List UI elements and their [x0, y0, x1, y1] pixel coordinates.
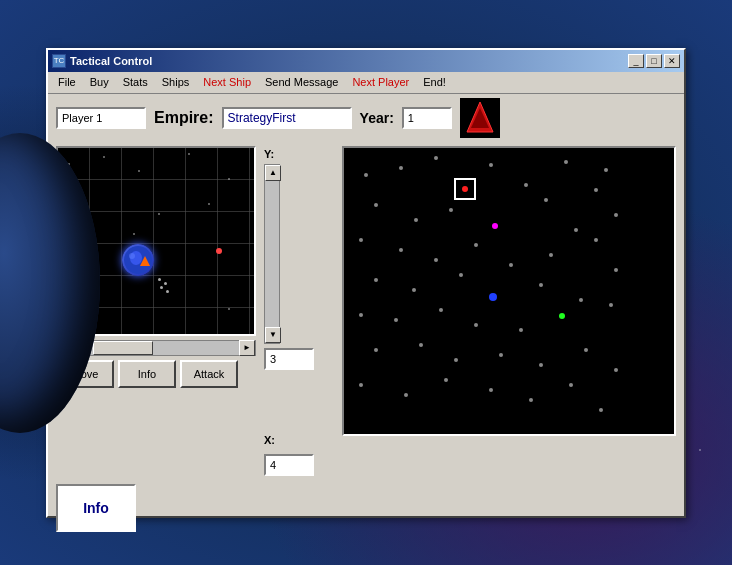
galaxy-star[interactable] — [399, 248, 403, 252]
menu-next-ship[interactable]: Next Ship — [197, 74, 257, 90]
galaxy-star[interactable] — [499, 353, 503, 357]
star-dot — [188, 153, 190, 155]
galaxy-star[interactable] — [412, 288, 416, 292]
galaxy-star[interactable] — [594, 188, 598, 192]
galaxy-star[interactable] — [564, 160, 568, 164]
galaxy-star[interactable] — [614, 368, 618, 372]
galaxy-star[interactable] — [474, 323, 478, 327]
ship-triangle — [140, 256, 150, 266]
grid-overlay — [58, 148, 254, 334]
star-dot — [103, 156, 105, 158]
menu-file[interactable]: File — [52, 74, 82, 90]
galaxy-star[interactable] — [574, 228, 578, 232]
galaxy-star[interactable] — [614, 268, 618, 272]
year-input[interactable] — [402, 107, 452, 129]
info-button[interactable]: Info — [118, 360, 176, 388]
action-buttons: Move Info Attack — [56, 360, 256, 388]
svg-point-4 — [129, 253, 135, 259]
menu-bar: File Buy Stats Ships Next Ship Send Mess… — [48, 72, 684, 94]
galaxy-star[interactable] — [459, 273, 463, 277]
app-icon: TC — [52, 54, 66, 68]
scroll-down-button[interactable]: ▼ — [265, 327, 281, 343]
galaxy-star[interactable] — [474, 243, 478, 247]
galaxy-star[interactable] — [569, 383, 573, 387]
galaxy-star[interactable] — [489, 388, 493, 392]
title-bar-buttons: _ □ ✕ — [628, 54, 680, 68]
x-coord-input[interactable] — [264, 454, 314, 476]
maximize-button[interactable]: □ — [646, 54, 662, 68]
attack-button[interactable]: Attack — [180, 360, 238, 388]
galaxy-star[interactable] — [489, 163, 493, 167]
galaxy-star[interactable] — [609, 303, 613, 307]
galaxy-star[interactable] — [579, 298, 583, 302]
star-dot — [208, 203, 210, 205]
scroll-thumb[interactable] — [93, 341, 153, 355]
scroll-left-button[interactable]: ◄ — [57, 340, 73, 356]
galaxy-star[interactable] — [599, 408, 603, 412]
galaxy-star[interactable] — [374, 278, 378, 282]
galaxy-star[interactable] — [614, 213, 618, 217]
star-dot — [158, 213, 160, 215]
star-dot — [68, 163, 70, 165]
h-scrollbar[interactable]: ◄ ► — [56, 340, 256, 356]
red-planet-dot — [216, 248, 222, 254]
y-coord-input[interactable] — [264, 348, 314, 370]
galaxy-star[interactable] — [404, 393, 408, 397]
galaxy-star[interactable] — [594, 238, 598, 242]
galaxy-star[interactable] — [529, 398, 533, 402]
galaxy-star[interactable] — [524, 183, 528, 187]
galaxy-star[interactable] — [509, 263, 513, 267]
galaxy-star[interactable] — [359, 313, 363, 317]
galaxy-star[interactable] — [559, 313, 565, 319]
scroll-track[interactable] — [73, 341, 239, 355]
toolbar: Empire: Year: — [48, 94, 684, 142]
year-label: Year: — [360, 110, 394, 126]
galaxy-star[interactable] — [539, 363, 543, 367]
window-title: Tactical Control — [70, 55, 152, 67]
galaxy-star[interactable] — [439, 308, 443, 312]
minimize-button[interactable]: _ — [628, 54, 644, 68]
menu-ships[interactable]: Ships — [156, 74, 196, 90]
left-panel: ◄ ► Move Info Attack — [56, 146, 256, 476]
galaxy-star[interactable] — [364, 173, 368, 177]
galaxy-star[interactable] — [434, 258, 438, 262]
galaxy-star[interactable] — [399, 166, 403, 170]
v-scrollbar[interactable]: ▲ ▼ — [264, 164, 280, 344]
galaxy-star[interactable] — [434, 156, 438, 160]
galaxy-star[interactable] — [374, 203, 378, 207]
menu-end[interactable]: End! — [417, 74, 452, 90]
galaxy-star[interactable] — [449, 208, 453, 212]
empire-input[interactable] — [222, 107, 352, 129]
galaxy-star[interactable] — [584, 348, 588, 352]
galaxy-star[interactable] — [414, 218, 418, 222]
galaxy-map[interactable] — [342, 146, 676, 436]
galaxy-star[interactable] — [359, 383, 363, 387]
player-input[interactable] — [56, 107, 146, 129]
galaxy-star[interactable] — [419, 343, 423, 347]
menu-buy[interactable]: Buy — [84, 74, 115, 90]
galaxy-star[interactable] — [444, 378, 448, 382]
galaxy-star[interactable] — [549, 253, 553, 257]
galaxy-star[interactable] — [454, 178, 476, 200]
close-button[interactable]: ✕ — [664, 54, 680, 68]
galaxy-star[interactable] — [539, 283, 543, 287]
tactical-map[interactable] — [56, 146, 256, 336]
scroll-right-button[interactable]: ► — [239, 340, 255, 356]
galaxy-star[interactable] — [492, 223, 498, 229]
v-scroll-track[interactable] — [265, 181, 279, 327]
move-button[interactable]: Move — [56, 360, 114, 388]
galaxy-star[interactable] — [394, 318, 398, 322]
galaxy-star[interactable] — [454, 358, 458, 362]
galaxy-star[interactable] — [519, 328, 523, 332]
galaxy-star[interactable] — [374, 348, 378, 352]
galaxy-star[interactable] — [489, 293, 497, 301]
galaxy-star[interactable] — [359, 238, 363, 242]
galaxy-star[interactable] — [604, 168, 608, 172]
menu-stats[interactable]: Stats — [117, 74, 154, 90]
scroll-up-button[interactable]: ▲ — [265, 165, 281, 181]
star-dot — [228, 308, 230, 310]
menu-send-message[interactable]: Send Message — [259, 74, 344, 90]
galaxy-star[interactable] — [544, 198, 548, 202]
star-dot — [133, 233, 135, 235]
menu-next-player[interactable]: Next Player — [346, 74, 415, 90]
